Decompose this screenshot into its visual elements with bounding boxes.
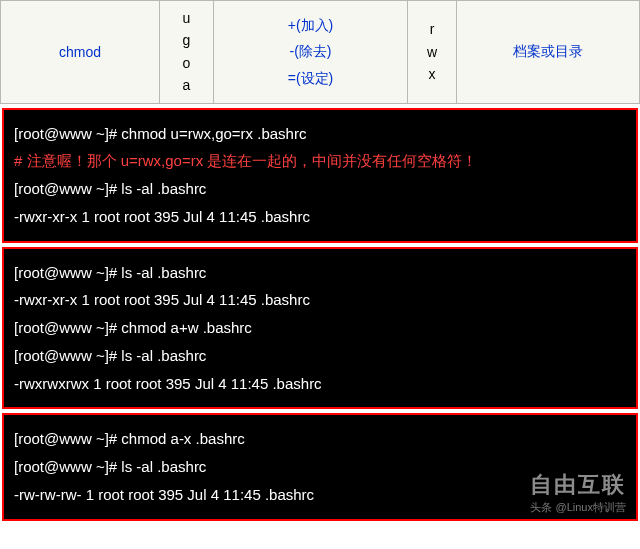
op-add: +(加入) [218, 12, 403, 39]
perm-x: x [412, 63, 452, 85]
term-line: -rw-rw-rw- 1 root root 395 Jul 4 11:45 .… [14, 481, 626, 509]
term-line: [root@www ~]# ls -al .bashrc [14, 259, 626, 287]
term-line: -rwxrwxrwx 1 root root 395 Jul 4 11:45 .… [14, 370, 626, 398]
who-a: a [164, 74, 209, 96]
terminal-block-3: [root@www ~]# chmod a-x .bashrc [root@ww… [2, 413, 638, 520]
term-line: [root@www ~]# ls -al .bashrc [14, 175, 626, 203]
cell-who: u g o a [160, 1, 214, 104]
chmod-syntax-table: chmod u g o a +(加入) -(除去) =(设定) r w x 档案… [0, 0, 640, 104]
perm-w: w [412, 41, 452, 63]
who-u: u [164, 7, 209, 29]
who-o: o [164, 52, 209, 74]
cell-rwx: r w x [408, 1, 457, 104]
term-line: [root@www ~]# chmod a-x .bashrc [14, 425, 626, 453]
cell-ops: +(加入) -(除去) =(设定) [214, 1, 408, 104]
cell-cmd: chmod [1, 1, 160, 104]
op-set: =(设定) [218, 65, 403, 92]
who-g: g [164, 29, 209, 51]
cell-target: 档案或目录 [457, 1, 640, 104]
term-comment: # 注意喔！那个 u=rwx,go=rx 是连在一起的，中间并没有任何空格符！ [14, 147, 626, 175]
term-line: [root@www ~]# ls -al .bashrc [14, 342, 626, 370]
terminal-block-2: [root@www ~]# ls -al .bashrc -rwxr-xr-x … [2, 247, 638, 410]
term-line: [root@www ~]# ls -al .bashrc [14, 453, 626, 481]
terminal-block-1: [root@www ~]# chmod u=rwx,go=rx .bashrc … [2, 108, 638, 243]
term-line: [root@www ~]# chmod u=rwx,go=rx .bashrc [14, 120, 626, 148]
perm-r: r [412, 18, 452, 40]
term-line: [root@www ~]# chmod a+w .bashrc [14, 314, 626, 342]
term-line: -rwxr-xr-x 1 root root 395 Jul 4 11:45 .… [14, 203, 626, 231]
op-remove: -(除去) [218, 38, 403, 65]
term-line: -rwxr-xr-x 1 root root 395 Jul 4 11:45 .… [14, 286, 626, 314]
